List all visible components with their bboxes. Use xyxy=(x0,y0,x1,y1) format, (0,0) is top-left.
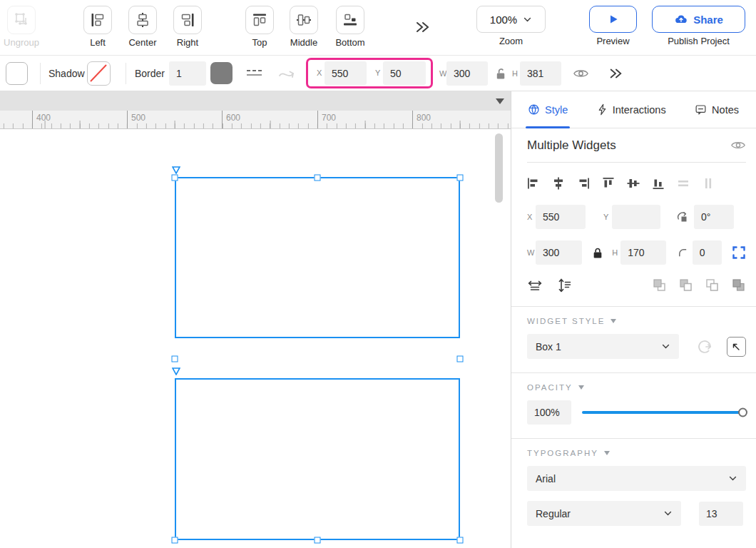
y-position-input[interactable]: 50 xyxy=(383,61,426,85)
x-field-label: X xyxy=(317,60,322,86)
align-left-button[interactable]: Left xyxy=(75,6,121,48)
tab-interactions[interactable]: Interactions xyxy=(597,91,666,128)
opacity-slider-handle[interactable] xyxy=(738,408,747,417)
send-to-back-icon[interactable] xyxy=(731,278,746,293)
align-tools-row xyxy=(527,177,746,190)
width-input[interactable]: 300 xyxy=(446,61,488,86)
selection-handle[interactable] xyxy=(457,175,464,181)
ruler-label: 500 xyxy=(127,111,145,129)
style-tab-icon xyxy=(528,103,540,116)
distribute-horizontal-icon[interactable] xyxy=(677,177,690,190)
opacity-slider[interactable] xyxy=(582,400,746,425)
apply-style-icon[interactable] xyxy=(697,339,712,355)
vertical-scrollbar[interactable] xyxy=(495,133,503,203)
align-left-label: Left xyxy=(75,37,121,48)
align-top-label: Top xyxy=(237,37,282,48)
widget-style-dropdown[interactable]: Box 1 xyxy=(527,334,679,359)
format-more-icon[interactable] xyxy=(608,66,623,81)
toolbar-more-icon[interactable] xyxy=(414,19,431,36)
bring-forward-icon[interactable] xyxy=(678,278,693,293)
font-weight-dropdown[interactable]: Regular xyxy=(527,501,681,526)
widget-eye-icon[interactable] xyxy=(730,138,746,152)
align-left-icon xyxy=(83,6,112,34)
separator xyxy=(126,63,126,84)
widget-style-header[interactable]: WIDGET STYLE xyxy=(527,317,746,325)
visibility-eye-icon[interactable] xyxy=(573,66,589,81)
selection-handle[interactable] xyxy=(172,175,178,181)
height-input[interactable]: 381 xyxy=(520,61,561,86)
selection-handle[interactable] xyxy=(457,537,464,544)
ungroup-button[interactable]: Ungroup xyxy=(0,6,44,48)
divider xyxy=(511,306,756,307)
align-bottom-small-icon[interactable] xyxy=(652,177,665,190)
horizontal-spacing-icon[interactable] xyxy=(527,278,543,293)
send-backward-icon[interactable] xyxy=(705,278,720,293)
selection-handle[interactable] xyxy=(457,356,464,362)
font-family-dropdown[interactable]: Arial xyxy=(527,466,746,491)
zoom-dropdown[interactable]: 100% Zoom xyxy=(476,6,546,46)
selection-handle[interactable] xyxy=(315,175,321,181)
align-bottom-button[interactable]: Bottom xyxy=(327,6,373,48)
canvas-viewport[interactable] xyxy=(0,129,511,548)
opacity-header[interactable]: OPACITY xyxy=(527,383,746,392)
align-left-small-icon[interactable] xyxy=(527,177,540,190)
arrow-style-icon[interactable] xyxy=(277,66,296,81)
rotation-input[interactable]: 0° xyxy=(694,205,734,229)
bring-to-front-icon[interactable] xyxy=(652,278,667,293)
page-dropdown-icon[interactable] xyxy=(496,98,504,104)
lock-icon[interactable] xyxy=(592,247,603,259)
ruler-label: 700 xyxy=(317,111,336,129)
widget-style-value: Box 1 xyxy=(536,341,561,352)
align-center-small-icon[interactable] xyxy=(552,177,565,190)
align-top-button[interactable]: Top xyxy=(237,6,282,48)
align-middle-small-icon[interactable] xyxy=(627,177,640,190)
ungroup-icon xyxy=(7,6,36,34)
font-size-input[interactable]: 13 xyxy=(699,502,743,526)
preview-label: Preview xyxy=(589,36,637,46)
align-center-button[interactable]: Center xyxy=(120,6,165,48)
distribute-vertical-icon[interactable] xyxy=(702,177,715,190)
panel-h-input[interactable]: 170 xyxy=(620,240,665,265)
selection-handle[interactable] xyxy=(172,356,178,362)
vertical-spacing-icon[interactable] xyxy=(557,278,573,293)
line-style-icon[interactable] xyxy=(245,66,264,81)
selection-brackets-icon[interactable] xyxy=(732,245,746,260)
align-right-small-icon[interactable] xyxy=(577,177,590,190)
interactions-tab-icon xyxy=(597,103,608,116)
opacity-header-label: OPACITY xyxy=(527,383,573,392)
tab-notes[interactable]: Notes xyxy=(695,91,739,128)
widget-box-1[interactable] xyxy=(175,177,460,338)
zoom-value: 100% xyxy=(490,14,517,26)
panel-x-label: X xyxy=(527,213,536,221)
corner-radius-input[interactable]: 0 xyxy=(693,240,722,265)
align-top-icon xyxy=(245,6,274,34)
share-button[interactable]: Share Publish Project xyxy=(652,6,745,46)
align-bottom-icon xyxy=(336,6,364,34)
border-width-input[interactable]: 1 xyxy=(169,61,206,86)
selection-handle[interactable] xyxy=(315,537,321,544)
play-icon xyxy=(608,14,619,25)
inspector-panel: Style Interactions Notes xyxy=(511,91,756,548)
fill-color-swatch[interactable] xyxy=(6,62,28,85)
panel-x-input[interactable]: 550 xyxy=(536,205,586,229)
typography-header[interactable]: TYPOGRAPHY xyxy=(527,449,746,457)
select-styled-widgets-button[interactable] xyxy=(727,337,746,357)
border-color-swatch[interactable] xyxy=(210,62,233,84)
tab-notes-label: Notes xyxy=(712,104,739,116)
page-bar xyxy=(0,91,511,111)
no-shadow-swatch[interactable] xyxy=(87,61,111,86)
opacity-input[interactable]: 100% xyxy=(527,400,571,425)
align-right-button[interactable]: Right xyxy=(165,6,210,48)
widget-box-2[interactable] xyxy=(175,378,460,540)
panel-w-input[interactable]: 300 xyxy=(536,240,582,265)
tab-style[interactable]: Style xyxy=(528,91,568,128)
widget-marker-icon xyxy=(172,166,180,174)
tab-interactions-label: Interactions xyxy=(613,104,666,116)
selection-handle[interactable] xyxy=(172,537,178,544)
x-position-input[interactable]: 550 xyxy=(325,61,367,85)
unlock-icon[interactable] xyxy=(494,66,508,81)
align-middle-button[interactable]: Middle xyxy=(281,6,327,48)
panel-y-input[interactable] xyxy=(612,205,660,229)
align-top-small-icon[interactable] xyxy=(602,177,615,190)
preview-button[interactable]: Preview xyxy=(589,6,637,46)
